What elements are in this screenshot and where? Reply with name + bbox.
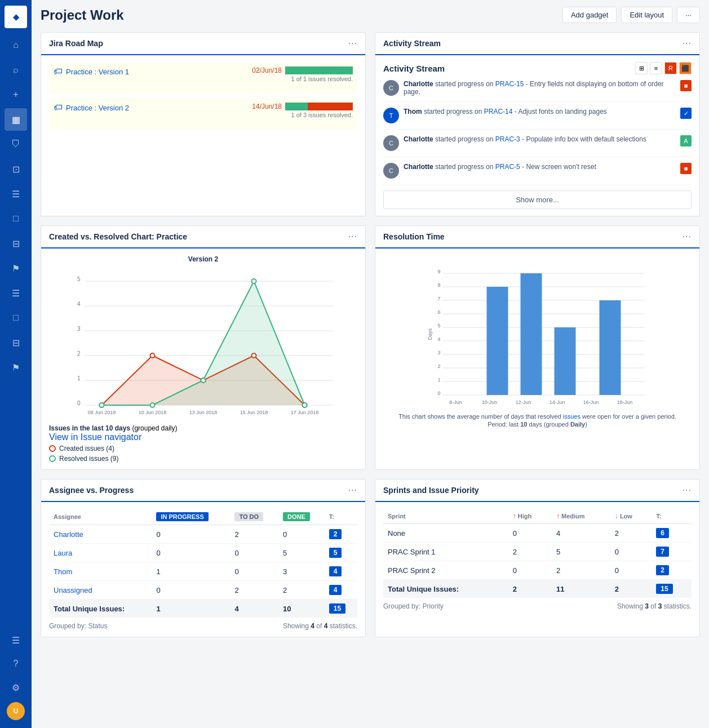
favorites-icon[interactable]: ⛉ — [5, 133, 27, 156]
roadmap-version-1-link[interactable]: Practice : Version 1 — [66, 68, 129, 76]
unassigned-inprogress: 0 — [152, 581, 230, 600]
none-high: 0 — [508, 524, 552, 543]
svg-text:9: 9 — [437, 269, 440, 274]
assignee-total-row: Total Unique Issues: 1 4 10 15 — [49, 600, 357, 618]
search-icon[interactable]: ⌕ — [5, 59, 27, 81]
activity-issue-link-2[interactable]: PRAC-14 — [484, 108, 513, 116]
thom-total: 4 — [329, 566, 342, 576]
edit-layout-button[interactable]: Edit layout — [621, 7, 672, 23]
settings-icon[interactable]: ⚙ — [5, 676, 27, 699]
line-chart-svg: 0 1 2 3 4 5 08 Jun 2018 10 Jun 2018 — [49, 265, 357, 418]
activity-badge-2: ✓ — [680, 108, 692, 119]
assignee-charlotte-link[interactable]: Charlotte — [54, 530, 83, 539]
svg-text:14-Jun: 14-Jun — [550, 399, 565, 405]
page-header: Project Work Add gadget Edit layout ··· — [41, 7, 700, 23]
activity-body: Activity Stream ⊞ ≡ R ⬛ C Charlotte star… — [375, 55, 699, 216]
sprint2-medium: 2 — [552, 561, 610, 580]
sprints-grand-total: 15 — [656, 584, 672, 594]
sprints-footer-group: Grouped by: Priority — [383, 602, 444, 610]
activity-feed-icon[interactable]: ⬛ — [679, 62, 692, 74]
sprint-name-2: PRAC Sprint 2 — [383, 561, 508, 580]
pages-icon[interactable]: □ — [5, 207, 27, 230]
activity-sub-title: Activity Stream — [383, 64, 445, 73]
activity-list-icon[interactable]: ≡ — [650, 62, 662, 74]
col-total: T: — [325, 509, 357, 525]
menu-icon[interactable]: ☰ — [5, 629, 27, 651]
people2-icon[interactable]: ⚑ — [5, 356, 27, 379]
resolved-legend-label: Resolved issues (9) — [59, 455, 118, 463]
boards2-icon[interactable]: ⊟ — [5, 232, 27, 255]
chart-footer-grouped: (grouped daily) — [132, 424, 177, 432]
sprint2-high: 0 — [508, 561, 552, 580]
assignee-table: Assignee IN PROGRESS TO DO DONE T: Charl… — [49, 509, 357, 618]
charlotte-todo: 2 — [230, 525, 278, 544]
activity-more-button[interactable]: ··· — [683, 38, 692, 48]
bar-14jun — [521, 273, 542, 395]
activity-item-4: C Charlotte started progress on PRAC-5 -… — [383, 163, 692, 185]
issue-navigator-link[interactable]: View in Issue navigator — [49, 432, 141, 442]
activity-issue-link-3[interactable]: PRAC-3 — [495, 135, 520, 143]
resolution-issues-link[interactable]: issues — [563, 413, 581, 420]
show-more-button[interactable]: Show more... — [383, 190, 692, 209]
more-options-button[interactable]: ··· — [677, 7, 700, 23]
sprints-table-header: Sprint ↑ High ↑ Medium ↓ Low T: — [383, 509, 692, 524]
svg-text:5: 5 — [437, 323, 440, 329]
laura-todo: 0 — [230, 544, 278, 562]
add-gadget-button[interactable]: Add gadget — [562, 7, 617, 23]
projects-icon[interactable]: ▦ — [5, 108, 27, 131]
activity-gadget: Activity Stream ··· Activity Stream ⊞ ≡ … — [375, 32, 700, 216]
assignee-footer: Grouped by: Status Showing 4 of 4 statis… — [49, 622, 357, 630]
activity-grid-icon[interactable]: ⊞ — [635, 62, 648, 74]
activity-rss-icon[interactable]: R — [664, 62, 677, 74]
list-item: PRAC Sprint 2 0 2 0 2 — [383, 561, 692, 580]
roadmap-issues-2: 1 of 3 issues resolved. — [252, 112, 353, 118]
chart-footer: Issues in the last 10 days (grouped dail… — [49, 424, 357, 432]
svg-text:17 Jun 2018: 17 Jun 2018 — [291, 410, 319, 415]
svg-point-25 — [150, 403, 155, 407]
assignee-thom-link[interactable]: Thom — [54, 567, 72, 576]
activity-header: Activity Stream ··· — [375, 33, 699, 55]
roadmap-more-button[interactable]: ··· — [348, 38, 357, 48]
dashboard-grid: Jira Road Map ··· 🏷 Practice : Version 1… — [41, 32, 700, 637]
assignee-footer-showing: Showing 4 of 4 statistics. — [283, 622, 357, 630]
pages2-icon[interactable]: □ — [5, 307, 27, 329]
assignee-unassigned-link[interactable]: Unassigned — [54, 586, 92, 594]
sprints-total-medium: 11 — [552, 580, 610, 598]
svg-text:Days: Days — [427, 328, 433, 340]
roadmap-version-2-link[interactable]: Practice : Version 2 — [66, 104, 129, 112]
svg-text:8-Jun: 8-Jun — [449, 399, 462, 405]
sprints-table: Sprint ↑ High ↑ Medium ↓ Low T: None 0 4 — [383, 509, 692, 598]
sprint-col-sprint: Sprint — [383, 509, 508, 524]
svg-text:1: 1 — [77, 375, 81, 381]
boards3-icon[interactable]: ⊟ — [5, 331, 27, 354]
none-total: 6 — [656, 528, 669, 538]
boards-icon[interactable]: ⊡ — [5, 158, 27, 180]
col-assignee: Assignee — [49, 509, 152, 525]
roadmap-gadget: Jira Road Map ··· 🏷 Practice : Version 1… — [41, 32, 366, 216]
sprints-footer-showing: Showing 3 of 3 statistics. — [617, 602, 692, 610]
list-icon[interactable]: ☰ — [5, 282, 27, 304]
avatar[interactable]: U — [5, 700, 27, 722]
assignee-more-button[interactable]: ··· — [348, 485, 357, 495]
progress-bar-1 — [285, 66, 353, 74]
people-icon[interactable]: ☰ — [5, 183, 27, 205]
activity-gadget-title: Activity Stream — [383, 39, 441, 48]
roadmap-date-2: 14/Jun/18 — [252, 103, 282, 110]
activity-issue-link-4[interactable]: PRAC-5 — [495, 163, 520, 171]
activity-item-3: C Charlotte started progress on PRAC-3 -… — [383, 135, 692, 157]
sprints-more-button[interactable]: ··· — [683, 485, 692, 495]
home-icon[interactable]: ⌂ — [5, 34, 27, 56]
chart-more-button[interactable]: ··· — [348, 232, 357, 242]
logo-icon[interactable]: ◆ — [5, 6, 27, 28]
create-icon[interactable]: + — [5, 83, 27, 106]
sprint-col-medium: ↑ Medium — [552, 509, 610, 524]
svg-text:6: 6 — [437, 309, 440, 315]
svg-point-27 — [252, 279, 256, 283]
bar-16jun — [555, 327, 576, 395]
backlog-icon[interactable]: ⚑ — [5, 257, 27, 279]
activity-issue-link-1[interactable]: PRAC-15 — [495, 80, 524, 88]
assignee-laura-link[interactable]: Laura — [54, 549, 72, 557]
thom-done: 3 — [278, 562, 325, 581]
resolution-more-button[interactable]: ··· — [683, 232, 692, 242]
help-icon[interactable]: ? — [5, 652, 27, 675]
